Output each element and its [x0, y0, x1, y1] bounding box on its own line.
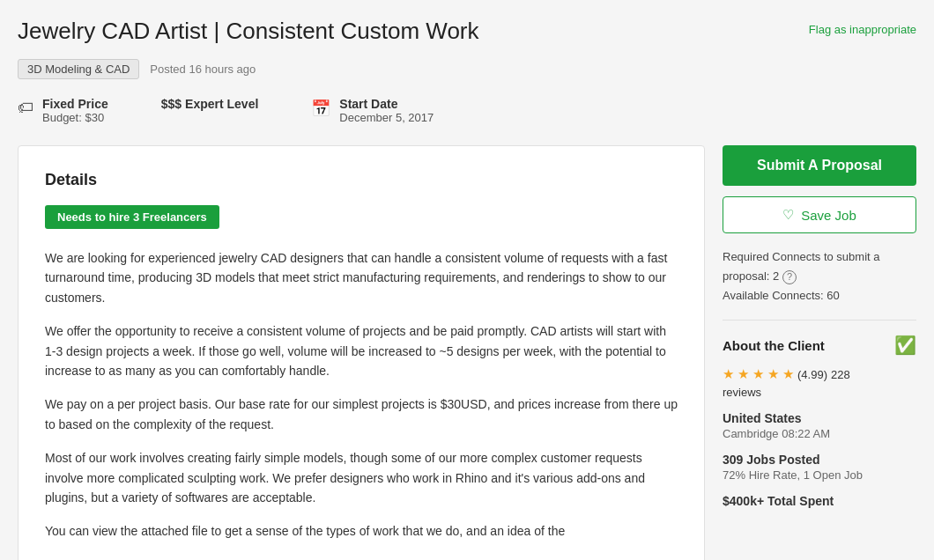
verified-icon: ✅	[894, 335, 916, 356]
connects-section: Required Connects to submit a proposal: …	[723, 247, 916, 321]
star-5: ★	[782, 366, 794, 382]
reviews-count: 228	[831, 368, 850, 381]
connects-label: Required Connects to submit a proposal:	[723, 250, 879, 283]
start-date-value: December 5, 2017	[339, 111, 434, 124]
meta-row: 3D Modeling & CAD Posted 16 hours ago	[18, 59, 916, 79]
heart-icon: ♡	[782, 207, 794, 223]
left-panel: Details Needs to hire 3 Freelancers We a…	[18, 145, 705, 560]
level-info: $$$ Expert Level	[161, 97, 259, 111]
start-date-label: Start Date	[339, 97, 434, 111]
budget-value: Budget: $30	[42, 111, 108, 124]
star-2: ★	[738, 366, 749, 382]
description-p3: We pay on a per project basis. Our base …	[45, 394, 678, 434]
flag-link[interactable]: Flag as inappropriate	[809, 23, 916, 36]
star-3: ★	[752, 366, 764, 382]
details-heading: Details	[45, 171, 678, 189]
hire-rate: 72% Hire Rate, 1 Open Job	[723, 468, 916, 482]
dollar-signs: $$$	[161, 97, 182, 111]
reviews-label: reviews	[723, 386, 916, 399]
available-connects-count: 60	[827, 289, 839, 302]
available-connects-label: Available Connects:	[723, 289, 824, 302]
client-location: United States	[723, 411, 916, 425]
rating-text: (4.99)	[797, 368, 827, 381]
category-badge[interactable]: 3D Modeling & CAD	[18, 59, 139, 79]
star-4: ★	[767, 366, 779, 382]
needs-hire-badge: Needs to hire 3 Freelancers	[45, 205, 219, 229]
save-job-button[interactable]: ♡ Save Job	[723, 196, 916, 233]
expert-level-label: $$$ Expert Level	[161, 97, 259, 111]
stars-row: ★ ★ ★ ★ ★ (4.99) 228	[723, 366, 916, 382]
posted-time: Posted 16 hours ago	[150, 63, 256, 76]
description-p5: You can view the attached file to get a …	[45, 521, 678, 541]
jobs-posted-label: 309 Jobs Posted	[723, 453, 916, 467]
description-p2: We offer the opportunity to receive a co…	[45, 321, 678, 380]
price-type-info: 🏷 Fixed Price Budget: $30	[18, 97, 108, 124]
description-p4: Most of our work involves creating fairl…	[45, 448, 678, 507]
submit-proposal-button[interactable]: Submit A Proposal	[723, 145, 916, 186]
job-info-row: 🏷 Fixed Price Budget: $30 $$$ Expert Lev…	[18, 97, 916, 124]
calendar-icon: 📅	[311, 99, 330, 118]
job-title: Jewelry CAD Artist | Consistent Custom W…	[18, 18, 791, 45]
tag-icon: 🏷	[18, 99, 33, 117]
about-client-header: About the Client ✅	[723, 335, 916, 356]
about-client-section: About the Client ✅ ★ ★ ★ ★ ★ (4.99) 228 …	[723, 335, 916, 508]
total-spent: $400k+ Total Spent	[723, 494, 916, 508]
level-text: Expert Level	[185, 97, 258, 111]
client-city: Cambridge 08:22 AM	[723, 427, 916, 440]
help-icon[interactable]: ?	[782, 270, 797, 284]
price-type-label: Fixed Price	[42, 97, 108, 111]
about-client-title: About the Client	[723, 338, 825, 353]
description-block: We are looking for experienced jewelry C…	[45, 248, 678, 542]
save-job-label: Save Job	[801, 208, 856, 223]
description-p1: We are looking for experienced jewelry C…	[45, 248, 678, 307]
connects-count: 2	[773, 269, 779, 283]
star-1: ★	[723, 366, 734, 382]
start-date-info: 📅 Start Date December 5, 2017	[311, 97, 434, 124]
right-panel: Submit A Proposal ♡ Save Job Required Co…	[723, 145, 916, 508]
main-content: Details Needs to hire 3 Freelancers We a…	[18, 145, 916, 560]
